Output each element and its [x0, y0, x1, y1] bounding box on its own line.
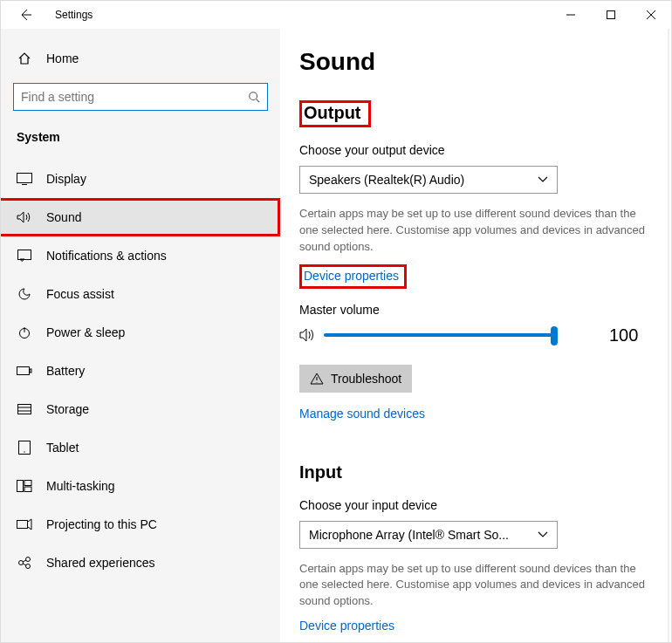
- volume-slider[interactable]: [324, 333, 554, 337]
- svg-rect-3: [18, 250, 31, 260]
- nav-item-focus-assist[interactable]: Focus assist: [1, 275, 280, 313]
- svg-rect-11: [17, 481, 24, 492]
- master-volume-label: Master volume: [299, 303, 650, 317]
- input-device-properties-link[interactable]: Device properties: [299, 619, 394, 633]
- output-heading: Output: [304, 103, 361, 123]
- svg-point-16: [26, 557, 31, 562]
- input-choose-label: Choose your input device: [299, 498, 650, 512]
- nav-label: Sound: [46, 210, 81, 224]
- output-device-dropdown[interactable]: Speakers (Realtek(R) Audio): [299, 166, 558, 194]
- minimize-button[interactable]: [551, 1, 591, 29]
- nav-item-notifications[interactable]: Notifications & actions: [1, 236, 280, 275]
- projecting-icon: [17, 516, 32, 532]
- nav-label: Multi-tasking: [46, 479, 115, 493]
- category-heading: System: [1, 118, 280, 153]
- nav-label: Display: [46, 172, 86, 186]
- nav-label: Storage: [46, 402, 89, 416]
- nav-item-storage[interactable]: Storage: [1, 390, 280, 428]
- home-label: Home: [46, 51, 79, 65]
- window-title: Settings: [55, 9, 93, 21]
- output-device-selected: Speakers (Realtek(R) Audio): [309, 173, 464, 187]
- svg-rect-13: [24, 487, 31, 492]
- search-icon: [248, 91, 260, 103]
- shared-icon: [17, 555, 32, 571]
- nav-item-shared-experiences[interactable]: Shared experiences: [1, 544, 280, 582]
- nav-label: Tablet: [46, 441, 79, 455]
- chevron-down-icon: [538, 531, 548, 538]
- troubleshoot-label: Troubleshoot: [331, 372, 401, 386]
- display-icon: [17, 171, 32, 187]
- svg-point-1: [250, 92, 257, 100]
- nav-item-battery[interactable]: Battery: [1, 352, 280, 390]
- minimize-icon: [566, 10, 575, 19]
- storage-icon: [17, 401, 32, 417]
- nav-item-multitasking[interactable]: Multi-tasking: [1, 467, 280, 505]
- back-button[interactable]: [11, 1, 39, 29]
- output-help-text: Certain apps may be set up to use differ…: [299, 206, 650, 256]
- nav-list: Display Sound Notifications & actions Fo…: [1, 160, 280, 582]
- search-input-container[interactable]: [13, 83, 268, 111]
- multitasking-icon: [17, 478, 32, 494]
- nav-item-display[interactable]: Display: [1, 160, 280, 198]
- home-link[interactable]: Home: [1, 41, 280, 76]
- svg-rect-8: [18, 407, 31, 411]
- output-device-properties-link[interactable]: Device properties: [304, 269, 399, 283]
- close-button[interactable]: [631, 1, 671, 29]
- maximize-icon: [607, 10, 615, 19]
- svg-rect-0: [607, 11, 615, 19]
- warning-icon: [310, 373, 324, 385]
- troubleshoot-button[interactable]: Troubleshoot: [299, 365, 412, 393]
- nav-label: Battery: [46, 364, 85, 378]
- slider-thumb[interactable]: [551, 326, 558, 345]
- battery-icon: [17, 363, 32, 379]
- sound-icon: [17, 209, 32, 225]
- svg-point-10: [24, 451, 24, 452]
- nav-label: Shared experiences: [46, 556, 155, 570]
- arrow-left-icon: [18, 8, 32, 22]
- nav-label: Notifications & actions: [46, 249, 167, 263]
- input-device-selected: Microphone Array (Intel® Smart So...: [309, 528, 509, 542]
- tablet-icon: [17, 440, 32, 455]
- page-title: Sound: [299, 48, 650, 76]
- nav-item-tablet[interactable]: Tablet: [1, 428, 280, 467]
- search-input[interactable]: [21, 90, 248, 104]
- power-icon: [17, 325, 32, 340]
- content-area: Sound Output Choose your output device S…: [280, 29, 671, 642]
- input-heading: Input: [299, 462, 342, 482]
- svg-point-17: [26, 564, 31, 569]
- nav-label: Power & sleep: [46, 325, 125, 339]
- svg-rect-7: [18, 405, 31, 414]
- maximize-button[interactable]: [591, 1, 631, 29]
- notifications-icon: [17, 248, 32, 263]
- focus-assist-icon: [17, 286, 32, 302]
- nav-item-power-sleep[interactable]: Power & sleep: [1, 313, 280, 352]
- close-icon: [647, 10, 655, 19]
- svg-rect-5: [17, 367, 30, 375]
- input-help-text: Certain apps may be set up to use differ…: [299, 561, 650, 611]
- sidebar: Home System Display Sound: [1, 29, 280, 642]
- nav-label: Focus assist: [46, 287, 114, 301]
- nav-item-projecting[interactable]: Projecting to this PC: [1, 505, 280, 544]
- manage-sound-devices-link[interactable]: Manage sound devices: [299, 407, 425, 421]
- svg-rect-6: [30, 369, 31, 373]
- svg-rect-2: [17, 174, 32, 183]
- scrollbar[interactable]: [668, 29, 669, 642]
- svg-rect-12: [24, 481, 31, 486]
- nav-label: Projecting to this PC: [46, 517, 157, 531]
- chevron-down-icon: [538, 176, 548, 183]
- svg-rect-14: [17, 521, 28, 529]
- input-device-dropdown[interactable]: Microphone Array (Intel® Smart So...: [299, 521, 558, 549]
- home-icon: [17, 51, 32, 66]
- volume-icon: [299, 327, 317, 343]
- output-choose-label: Choose your output device: [299, 143, 650, 157]
- svg-point-15: [19, 561, 24, 565]
- nav-item-sound[interactable]: Sound: [1, 198, 280, 236]
- volume-value: 100: [609, 325, 638, 345]
